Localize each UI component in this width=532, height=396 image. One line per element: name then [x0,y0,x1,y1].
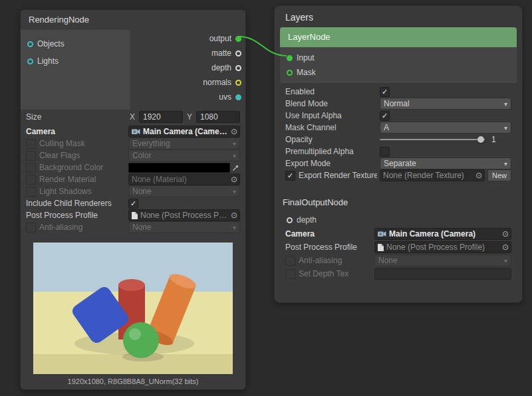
port-dot-mask[interactable] [287,70,293,76]
object-field-value: None (Post Process Profile) [386,243,499,252]
export-mode-dropdown[interactable]: Separate ▾ [380,157,511,169]
clear-flags-label: Clear Flags [39,151,80,160]
object-picker-icon[interactable]: ⊙ [231,211,237,220]
port-input[interactable]: Input [280,50,517,65]
chevron-down-icon: ▾ [504,160,507,167]
render-material-object-field[interactable]: None (Material) ⊙ [128,173,240,185]
layer-node-header[interactable]: LayerNode [280,27,517,47]
port-dot-normals[interactable] [235,80,241,86]
clear-flags-dropdown[interactable]: Color ▾ [128,149,240,161]
object-picker-icon[interactable]: ⊙ [231,127,237,136]
chevron-down-icon: ▾ [504,124,507,132]
culling-mask-label: Culling Mask [39,139,85,148]
export-render-texture-checkbox[interactable]: ✓ [285,171,295,181]
final-output-node[interactable]: FinalOutputNode depth Camera Main Camera… [280,193,517,280]
blend-mode-dropdown[interactable]: Normal ▾ [380,98,511,110]
culling-mask-checkbox[interactable] [26,139,36,149]
eyedropper-icon[interactable] [232,163,240,171]
object-picker-icon[interactable]: ⊙ [475,171,482,180]
port-label: Input [297,53,315,62]
use-input-alpha-checkbox[interactable]: ✓ [380,111,390,121]
camera-object-field[interactable]: Main Camera (Camera) ⊙ [128,126,240,138]
set-depth-tex-label: Set Depth Tex [299,269,348,278]
port-depth-final[interactable]: depth [280,213,517,227]
premultiplied-alpha-checkbox[interactable] [380,147,390,157]
port-dot-depth[interactable] [235,65,241,71]
port-dot-uvs[interactable] [235,94,241,100]
anti-aliasing-checkbox[interactable] [26,223,36,233]
background-color-field[interactable] [128,163,240,173]
size-label: Size [26,112,126,122]
include-child-renderers-checkbox[interactable]: ✓ [128,199,138,209]
enabled-checkbox[interactable]: ✓ [380,87,390,97]
size-x-field[interactable]: 1920 [139,111,183,123]
size-y-field[interactable]: 1080 [196,111,240,123]
object-picker-icon[interactable]: ⊙ [502,243,509,252]
port-label: uvs [219,92,231,102]
port-label: Objects [37,39,65,49]
layers-panel[interactable]: Layers LayerNode Input Mask Enabled ✓ [274,5,523,303]
fon-post-process-profile-object-field[interactable]: None (Post Process Profile) ⊙ [374,241,511,253]
port-depth[interactable]: depth [130,60,245,75]
opacity-slider[interactable] [380,134,485,145]
enabled-label: Enabled [283,87,377,96]
color-swatch[interactable] [128,163,230,173]
port-uvs[interactable]: uvs [130,90,245,104]
property-row-render-material: Render Material None (Material) ⊙ [21,173,245,185]
file-icon [132,212,138,219]
dropdown-value: Separate [384,159,501,168]
set-depth-tex-field[interactable] [374,268,511,280]
chevron-down-icon: ▾ [504,257,507,264]
fon-camera-object-field[interactable]: Main Camera (Camera) ⊙ [374,228,511,240]
rendering-node-title[interactable]: RenderingNode [21,10,245,30]
port-dot-output[interactable] [235,36,241,42]
fon-anti-aliasing-checkbox[interactable] [285,256,295,266]
layers-panel-title[interactable]: Layers [275,6,522,27]
size-y-label: Y [186,112,194,122]
dropdown-value: Normal [384,99,501,108]
size-x-label: X [128,112,136,122]
port-output[interactable]: output [130,31,245,46]
property-row-use-input-alpha: Use Input Alpha ✓ [280,110,517,122]
blend-mode-label: Blend Mode [283,99,377,108]
light-shadows-label: Light Shadows [39,187,92,196]
port-lights[interactable]: Lights [21,52,130,70]
port-dot-input[interactable] [287,55,293,61]
culling-mask-dropdown[interactable]: Everything ▾ [128,138,240,149]
mask-channel-dropdown[interactable]: A ▾ [380,122,511,134]
port-matte[interactable]: matte [130,46,245,60]
property-row-export-mode: Export Mode Separate ▾ [280,157,517,169]
property-row-clear-flags: Clear Flags Color ▾ [21,149,245,161]
new-render-texture-button[interactable]: New [487,169,511,181]
port-normals[interactable]: normals [130,75,245,90]
clear-flags-checkbox[interactable] [26,151,36,161]
object-picker-icon[interactable]: ⊙ [231,175,237,184]
export-render-texture-object-field[interactable]: None (Render Texture) ⊙ [380,169,485,181]
port-dot-depth-final[interactable] [287,217,293,223]
opacity-value[interactable]: 1 [491,135,496,144]
final-output-node-title[interactable]: FinalOutputNode [280,193,517,213]
port-dot-lights[interactable] [27,58,33,64]
object-picker-icon[interactable]: ⊙ [502,229,509,239]
rendering-node[interactable]: RenderingNode Objects Lights output matt… [20,9,246,390]
light-shadows-checkbox[interactable] [26,187,36,197]
layer-node[interactable]: LayerNode Input Mask Enabled ✓ Blend Mod… [280,27,517,181]
property-row-anti-aliasing: Anti-aliasing None ▾ [21,221,245,233]
port-mask[interactable]: Mask [280,65,517,80]
render-material-label: Render Material [39,175,96,184]
slider-knob[interactable] [477,136,484,143]
slider-track[interactable] [380,139,485,140]
set-depth-tex-checkbox[interactable] [285,269,295,279]
chevron-down-icon: ▾ [233,224,236,231]
fon-anti-aliasing-dropdown[interactable]: None ▾ [374,254,511,266]
anti-aliasing-dropdown[interactable]: None ▾ [128,221,240,233]
port-dot-objects[interactable] [27,41,33,47]
port-objects[interactable]: Objects [21,35,130,52]
post-process-profile-object-field[interactable]: None (Post Process Profile) ⊙ [128,209,240,221]
port-dot-matte[interactable] [235,50,241,56]
light-shadows-dropdown[interactable]: None ▾ [128,185,240,197]
render-material-checkbox[interactable] [26,175,36,185]
background-color-checkbox[interactable] [26,163,36,173]
dropdown-value: Color [132,151,230,160]
property-row-blend-mode: Blend Mode Normal ▾ [280,98,517,110]
